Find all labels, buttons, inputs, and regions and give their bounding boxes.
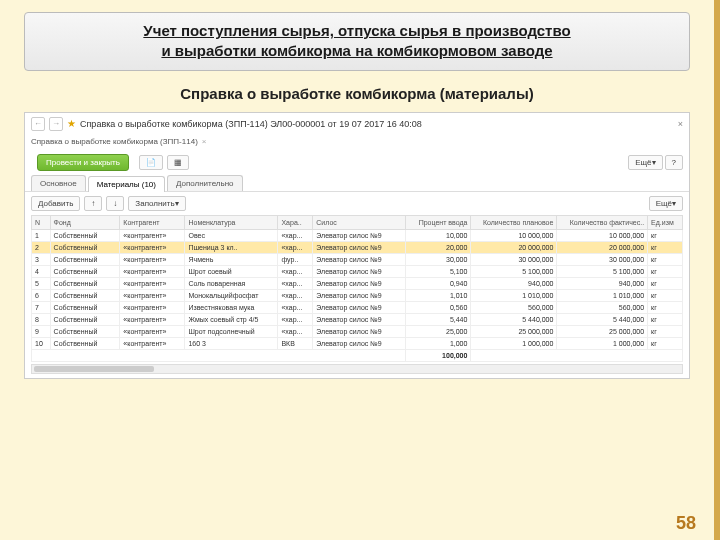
table-row[interactable]: 2Собственный«контрагент»Пшеница 3 кл..«х… bbox=[32, 241, 683, 253]
table-row[interactable]: 4Собственный«контрагент»Шрот соевый«хар.… bbox=[32, 265, 683, 277]
slide-title-line1: Учет поступления сырья, отпуска сырья в … bbox=[143, 22, 570, 39]
toolbar: Провести и закрыть 📄 ▦ Ещё ▾ ? bbox=[25, 150, 689, 175]
tab-0[interactable]: Основное bbox=[31, 175, 86, 191]
materials-table[interactable]: NФондКонтрагентНоменклатураХара..СилосПр… bbox=[31, 215, 683, 362]
slide-title-line2: и выработки комбикорма на комбикормовом … bbox=[161, 42, 552, 59]
nav-back-icon[interactable]: ← bbox=[31, 117, 45, 131]
chevron-down-icon: ▾ bbox=[652, 158, 656, 167]
tabs: ОсновноеМатериалы (10)Дополнительно bbox=[25, 175, 689, 192]
breadcrumb-row: Справка о выработке комбикорма (ЗПП-114)… bbox=[25, 135, 689, 150]
scrollbar-thumb[interactable] bbox=[34, 366, 154, 372]
more-button-2[interactable]: Ещё ▾ bbox=[649, 196, 683, 211]
move-down-icon[interactable]: ↓ bbox=[106, 196, 124, 211]
close-icon[interactable]: × bbox=[678, 119, 683, 129]
table-row[interactable]: 6Собственный«контрагент»Монокальцийфосфа… bbox=[32, 289, 683, 301]
add-button[interactable]: Добавить bbox=[31, 196, 80, 211]
breadcrumb[interactable]: Справка о выработке комбикорма (ЗПП-114) bbox=[31, 137, 198, 146]
table-wrapper: NФондКонтрагентНоменклатураХара..СилосПр… bbox=[25, 215, 689, 378]
col-header[interactable]: Фонд bbox=[50, 215, 120, 229]
col-header[interactable]: Хара.. bbox=[278, 215, 313, 229]
help-icon[interactable]: ? bbox=[665, 155, 683, 170]
col-header[interactable]: Количество фактичес.. bbox=[557, 215, 648, 229]
fill-button[interactable]: Заполнить ▾ bbox=[128, 196, 185, 211]
col-header[interactable]: Силос bbox=[313, 215, 406, 229]
slide-subtitle: Справка о выработке комбикорма (материал… bbox=[0, 85, 714, 102]
chevron-down-icon: ▾ bbox=[672, 199, 676, 208]
app-window: ← → ★ Справка о выработке комбикорма (ЗП… bbox=[24, 112, 690, 379]
table-row[interactable]: 7Собственный«контрагент»Известняковая му… bbox=[32, 301, 683, 313]
col-header[interactable]: Процент ввода bbox=[406, 215, 471, 229]
page-number: 58 bbox=[676, 513, 696, 534]
col-header[interactable]: Контрагент bbox=[120, 215, 185, 229]
tab-1[interactable]: Материалы (10) bbox=[88, 176, 165, 192]
table-footer-row: 100,000 bbox=[32, 349, 683, 361]
close-breadcrumb-icon[interactable]: × bbox=[202, 137, 207, 146]
total-percent: 100,000 bbox=[406, 349, 471, 361]
table-toolbar: Добавить ↑ ↓ Заполнить ▾ Ещё ▾ bbox=[25, 192, 689, 215]
window-titlebar: ← → ★ Справка о выработке комбикорма (ЗП… bbox=[25, 113, 689, 135]
tab-2[interactable]: Дополнительно bbox=[167, 175, 243, 191]
slide-header: Учет поступления сырья, отпуска сырья в … bbox=[24, 12, 690, 71]
toolbar-icon-2[interactable]: ▦ bbox=[167, 155, 189, 170]
col-header[interactable]: Номенклатура bbox=[185, 215, 278, 229]
horizontal-scrollbar[interactable] bbox=[31, 364, 683, 374]
col-header[interactable]: Количество плановое bbox=[471, 215, 557, 229]
table-row[interactable]: 5Собственный«контрагент»Соль поваренная«… bbox=[32, 277, 683, 289]
table-row[interactable]: 10Собственный«контрагент»160 3ВКВЭлевато… bbox=[32, 337, 683, 349]
window-title: Справка о выработке комбикорма (ЗПП-114)… bbox=[80, 119, 674, 129]
more-button[interactable]: Ещё ▾ bbox=[628, 155, 662, 170]
chevron-down-icon: ▾ bbox=[175, 199, 179, 208]
table-row[interactable]: 1Собственный«контрагент»Овес«хар...Элева… bbox=[32, 229, 683, 241]
table-row[interactable]: 3Собственный«контрагент»Ячменьфур..Элева… bbox=[32, 253, 683, 265]
move-up-icon[interactable]: ↑ bbox=[84, 196, 102, 211]
toolbar-icon-1[interactable]: 📄 bbox=[139, 155, 163, 170]
table-row[interactable]: 9Собственный«контрагент»Шрот подсолнечны… bbox=[32, 325, 683, 337]
col-header[interactable]: Ед.изм bbox=[648, 215, 683, 229]
favorite-icon[interactable]: ★ bbox=[67, 118, 76, 129]
table-row[interactable]: 8Собственный«контрагент»Жмых соевый стр … bbox=[32, 313, 683, 325]
col-header[interactable]: N bbox=[32, 215, 51, 229]
post-and-close-button[interactable]: Провести и закрыть bbox=[37, 154, 129, 171]
nav-fwd-icon[interactable]: → bbox=[49, 117, 63, 131]
